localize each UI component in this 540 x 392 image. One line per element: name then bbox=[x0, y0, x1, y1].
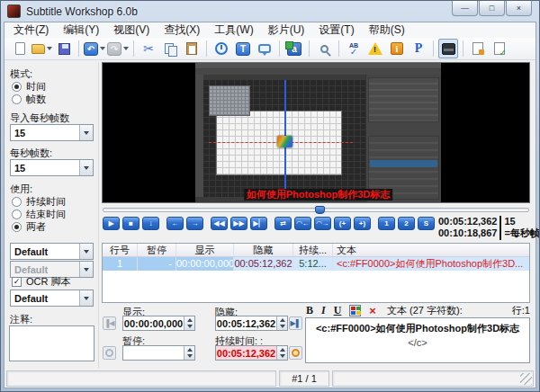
menu-item-settings[interactable]: 设置(T) bbox=[311, 22, 361, 38]
italic-button[interactable]: I bbox=[321, 304, 326, 317]
close-button[interactable]: × bbox=[506, 1, 532, 16]
translate-button[interactable]: a bbox=[284, 39, 304, 58]
redo-dropdown-caret-icon[interactable] bbox=[123, 47, 129, 50]
playback-rate-button[interactable]: ▶▏ bbox=[250, 217, 267, 230]
pause-clock-button[interactable] bbox=[103, 346, 116, 360]
menu-item-edit[interactable]: 编辑(Y) bbox=[56, 22, 106, 38]
duration-spinner[interactable]: 00:05:12,362 bbox=[215, 345, 288, 361]
next-subtitle-button[interactable]: → bbox=[186, 217, 203, 230]
fps-select[interactable]: 15 bbox=[10, 159, 94, 176]
skip-start-icon: ▐◀ bbox=[104, 319, 115, 327]
duration-clock-button[interactable] bbox=[289, 346, 302, 360]
minimize-button[interactable]: — bbox=[452, 1, 478, 16]
resize-grip-icon[interactable] bbox=[520, 373, 532, 385]
hide-time-spinner[interactable]: 00:05:12,362 bbox=[215, 316, 288, 331]
scroll-list-button[interactable]: ↓ bbox=[142, 217, 159, 230]
video-preview-toggle-button[interactable] bbox=[438, 39, 458, 58]
grid-header-hide[interactable]: 隐藏 bbox=[234, 244, 293, 256]
menu-item-view[interactable]: 视图(V) bbox=[106, 22, 157, 38]
grid-header-show[interactable]: 显示 bbox=[176, 244, 234, 256]
dropdown-button[interactable] bbox=[79, 160, 93, 175]
pause-spinner[interactable] bbox=[122, 345, 195, 361]
video-subtitle-overlay: 如何使用Photoshop制作3D标志 bbox=[244, 189, 393, 200]
new-file-button[interactable] bbox=[10, 39, 30, 58]
subtitle-text-editor[interactable]: <c:#FF0000>如何使用Photoshop制作3D标志 </c> bbox=[305, 317, 530, 363]
spin-down-icon bbox=[280, 325, 285, 328]
prev-subtitle-button[interactable]: ← bbox=[166, 217, 184, 230]
grid-header-number[interactable]: 行号 bbox=[103, 244, 138, 256]
menu-item-search[interactable]: 查找(X) bbox=[157, 22, 207, 38]
toolbar-separator bbox=[463, 40, 464, 57]
remove-formatting-button[interactable]: × bbox=[369, 304, 376, 317]
open-dropdown-caret-icon[interactable] bbox=[47, 47, 52, 50]
sync-point-2-button[interactable]: 2 bbox=[398, 217, 415, 230]
maximize-button[interactable]: □ bbox=[479, 1, 505, 16]
texts-button[interactable]: T bbox=[233, 39, 253, 58]
error-check-button[interactable]: ! bbox=[365, 39, 385, 58]
pascal-script-button[interactable]: P bbox=[409, 39, 428, 58]
mode-time-radio[interactable]: 时间 bbox=[12, 80, 46, 94]
save-button[interactable] bbox=[54, 39, 74, 58]
spinner-buttons[interactable] bbox=[184, 316, 194, 330]
dropdown-button[interactable] bbox=[79, 244, 93, 259]
spinner-buttons[interactable] bbox=[184, 346, 194, 360]
undo-dropdown-caret-icon[interactable] bbox=[100, 47, 105, 50]
play-button[interactable]: ▶ bbox=[103, 217, 120, 230]
spinner-buttons[interactable] bbox=[276, 316, 287, 330]
subtitle-text-line1: <c:#FF0000>如何使用Photoshop制作3D标志 bbox=[306, 321, 529, 335]
input-fps-value: 15 bbox=[14, 128, 25, 138]
stop-button[interactable]: ■ bbox=[122, 217, 140, 230]
paste-icon bbox=[186, 42, 197, 55]
timings-button[interactable] bbox=[212, 39, 231, 58]
repeat-button[interactable]: ⇄ bbox=[274, 217, 292, 230]
forward-button[interactable]: ▶▶ bbox=[230, 217, 248, 230]
information-button[interactable]: i bbox=[387, 39, 407, 58]
input-fps-select[interactable]: 15 bbox=[10, 124, 94, 141]
work-with-duration-radio[interactable]: 持续时间 bbox=[12, 195, 66, 209]
show-time-spinner[interactable]: 00:00:00,000 bbox=[122, 316, 195, 331]
validate-script-button[interactable] bbox=[490, 39, 509, 58]
spellcheck-button[interactable]: AB bbox=[344, 39, 364, 58]
bold-button[interactable]: B bbox=[306, 304, 313, 317]
seek-slider[interactable] bbox=[103, 206, 529, 214]
dropdown-button[interactable] bbox=[79, 125, 93, 140]
redo-button[interactable]: ↷ bbox=[107, 39, 129, 58]
menu-item-help[interactable]: 帮助(S) bbox=[362, 22, 412, 38]
notes-textarea[interactable] bbox=[9, 325, 94, 361]
set-hide-time-button[interactable]: ◠→ bbox=[314, 217, 331, 230]
menu-item-movie[interactable]: 影片(U) bbox=[261, 22, 312, 38]
paste-button[interactable] bbox=[182, 39, 202, 58]
sync-point-1-button[interactable]: 1 bbox=[378, 217, 395, 230]
copy-button[interactable] bbox=[160, 39, 180, 58]
ocr-script-select[interactable]: Default bbox=[10, 290, 94, 307]
menu-item-file[interactable]: 文件(Z) bbox=[6, 22, 56, 38]
spinner-buttons[interactable] bbox=[276, 346, 287, 360]
jump-to-hide-button[interactable]: ▶▌ bbox=[289, 316, 302, 330]
edit-script-button[interactable] bbox=[468, 39, 488, 58]
mode-frames-radio[interactable]: 帧数 bbox=[12, 93, 46, 106]
menu-item-tools[interactable]: 工具(W) bbox=[207, 22, 260, 38]
table-row[interactable]: 1 - 00:00:00,000 00:05:12,362 5:12... <c… bbox=[103, 257, 529, 271]
comments-button[interactable] bbox=[255, 39, 274, 58]
grid-header-text[interactable]: 文本 bbox=[333, 244, 529, 256]
set-show-time-button[interactable]: ◠← bbox=[294, 217, 311, 230]
open-file-button[interactable] bbox=[32, 39, 52, 58]
color-palette-button[interactable] bbox=[349, 305, 361, 316]
jump-to-show-button[interactable]: ▐◀ bbox=[103, 316, 116, 330]
charset-select[interactable]: Default bbox=[10, 243, 94, 260]
grid-header-duration[interactable]: 持续... bbox=[293, 244, 333, 256]
cut-button[interactable]: ✂ bbox=[139, 39, 158, 58]
search-button[interactable] bbox=[314, 39, 334, 58]
underline-button[interactable]: U bbox=[334, 304, 342, 317]
rewind-button[interactable]: ◀◀ bbox=[211, 217, 228, 230]
work-with-both-radio[interactable]: 两者 bbox=[12, 220, 46, 234]
work-with-endtime-radio[interactable]: 结束时间 bbox=[12, 208, 66, 221]
ocr-scripts-checkbox[interactable]: ✓ OCR 脚本 bbox=[12, 275, 71, 289]
grid-header-pause[interactable]: 暂停 bbox=[138, 244, 176, 256]
undo-button[interactable]: ↶ bbox=[84, 39, 105, 58]
start-subtitle-button[interactable]: (+ bbox=[334, 217, 351, 230]
synchronize-button[interactable]: S bbox=[418, 217, 435, 230]
dropdown-button[interactable] bbox=[79, 290, 93, 306]
end-subtitle-button[interactable]: +) bbox=[354, 217, 371, 230]
seek-slider-thumb[interactable] bbox=[315, 206, 325, 214]
